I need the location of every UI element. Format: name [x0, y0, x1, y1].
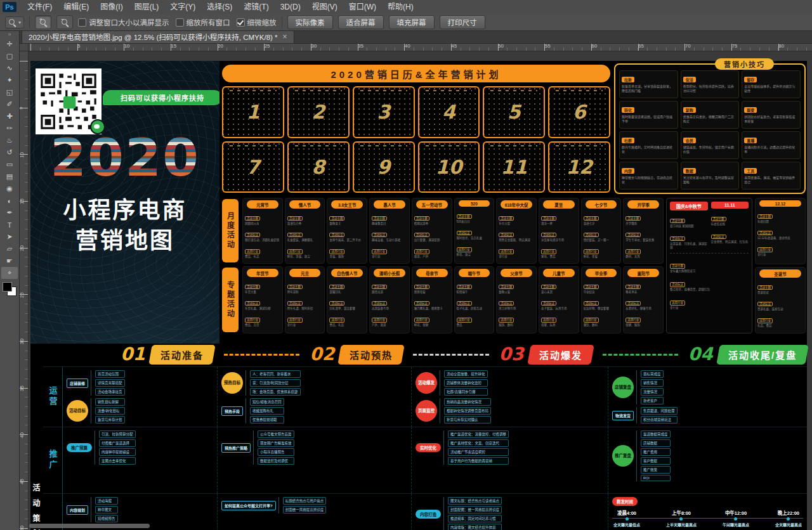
menu-item[interactable]: 文字(Y): [164, 0, 201, 14]
activity-card: 清明小长假活动主题踏青出游活动玩法出游装备专场适用行业户外、旅游: [369, 266, 410, 333]
color-swatches[interactable]: [3, 282, 16, 296]
timeline-time: 中午12:00: [725, 509, 747, 516]
calendar-month: 9: [353, 141, 415, 193]
mindmap-node-child: 活动推广节奏适度把控: [448, 448, 509, 456]
mindmap-node-child: 推送频率：固定时间培养习惯: [448, 515, 502, 522]
activity-section-text: 粽情端午: [457, 290, 492, 294]
mindmap-group: 活动目标销售目标拆解流量/转化目标备货与库存计划: [67, 398, 213, 423]
activity-section-text: 感恩母爱: [414, 290, 450, 294]
tip-card: 数据关注转化漏斗各环节，及时调整运营策略: [681, 162, 740, 190]
activity-name: 夏至: [543, 200, 575, 209]
healing-brush-tool-icon[interactable]: ✚: [1, 110, 18, 122]
photoshop-logo: Ps: [3, 2, 16, 12]
zoom-out-button[interactable]: −: [56, 15, 73, 29]
pen-tool-icon[interactable]: ✒: [1, 207, 18, 219]
option-button[interactable]: 适合屏幕: [338, 15, 384, 29]
mindmap-group: 如何提高公众号图文打开率?标题结合热点与用户痛点封面统一风格提高辨识度: [221, 497, 407, 514]
zoom-in-button[interactable]: +: [35, 15, 51, 29]
menu-item[interactable]: 滤镜(T): [238, 0, 274, 14]
option-checkbox[interactable]: 细微缩放: [237, 17, 277, 27]
activity-section-text: 保健、服饰: [625, 323, 661, 327]
document-tab[interactable]: 2020小程序电商营销地图.jpg @ 12.5% (扫码可以获得小程序扶持, …: [22, 30, 294, 43]
menu-item[interactable]: 图像(I): [95, 0, 128, 14]
menu-item[interactable]: 视图(V): [306, 0, 343, 14]
crop-tool-icon[interactable]: ◱: [1, 86, 18, 98]
tip-text: 会员等级权益体系，提升复访频次与粘性: [744, 84, 798, 93]
activity-card: 儿童节活动主题童心未泯活动玩法亲子套装、玩具专场适用行业母婴、玩具: [539, 266, 579, 333]
gradient-tool-icon[interactable]: ▤: [1, 171, 18, 183]
tab-close-button[interactable]: ×: [283, 32, 287, 41]
menu-bar: Ps 文件(F)编辑(E)图像(I)图层(L)文字(Y)选择(S)滤镜(T)3D…: [0, 0, 812, 15]
path-selection-tool-icon[interactable]: ➤: [1, 231, 18, 243]
mindmap-node-child: 收藏加购有礼: [250, 407, 284, 415]
activity-section-text: 冰饮家电清凉专场: [541, 238, 577, 242]
option-checkbox[interactable]: 缩放所有窗口: [176, 17, 230, 27]
dodge-tool-icon[interactable]: ◐: [1, 195, 18, 207]
tools-panel: » ✛▢∿✦◱✐✚✏♨↺▭▤◉◐✒T➤▱☛⌖: [0, 30, 20, 530]
quick-selection-tool-icon[interactable]: ✦: [1, 74, 18, 86]
type-tool-icon[interactable]: T: [1, 219, 18, 231]
activity-name: 白色情人节: [331, 269, 363, 277]
zoom-tool-preset[interactable]: ▾: [5, 16, 24, 29]
activity-section-text: 全年最大购物狂欢节: [670, 269, 749, 273]
activity-section-label: 活动主题: [670, 219, 685, 223]
foreground-color-swatch[interactable]: [3, 282, 12, 292]
activity-section-label: 活动主题: [329, 285, 344, 289]
mindmap-node-child: 活动全面放量、提升转化: [444, 370, 488, 378]
mindmap-node-child: 短视频预告: [95, 515, 118, 522]
hand-tool-icon[interactable]: ☛: [1, 255, 18, 267]
calendar-month: 7: [222, 141, 284, 193]
mindmap-node-child: 小程序直播预告: [258, 448, 294, 456]
tip-tag: 复购: [683, 107, 696, 113]
calendar-month: 8: [287, 141, 350, 193]
activity-section-text: 鲜花、美妆、珠宝: [287, 255, 323, 259]
activity-section-label: 适用行业: [245, 249, 260, 254]
activity-section-label: 适用行业: [372, 249, 387, 254]
option-button[interactable]: 打印尺寸: [440, 15, 485, 29]
activity-section-label: 活动玩法: [329, 301, 344, 306]
lasso-tool-icon[interactable]: ∿: [1, 62, 18, 74]
menu-item[interactable]: 窗口(W): [343, 0, 382, 14]
activity-section-label: 适用行业: [584, 318, 599, 322]
activity-section-text: 长辈好礼、健康专场: [625, 307, 661, 311]
tip-card: 留存会员等级权益体系，提升复访频次与粘性: [742, 70, 801, 98]
history-brush-tool-icon[interactable]: ↺: [1, 146, 18, 158]
blur-tool-icon[interactable]: ◉: [1, 183, 18, 195]
clone-stamp-tool-icon[interactable]: ♨: [1, 134, 18, 146]
eraser-tool-icon[interactable]: ▭: [1, 158, 18, 171]
option-button[interactable]: 实际像素: [287, 15, 333, 29]
brush-tool-icon[interactable]: ✏: [1, 122, 18, 134]
menu-item[interactable]: 编辑(E): [58, 0, 95, 14]
tip-tag: 转化: [622, 107, 634, 113]
menu-item[interactable]: 3D(D): [275, 0, 306, 14]
marquee-tool-icon[interactable]: ▢: [1, 50, 18, 62]
collapse-tools-button[interactable]: »: [8, 30, 11, 38]
phase-number: 03: [499, 346, 524, 363]
hero-block: 扫码可以获得小程序扶持 2020 小程序电商 营销地图: [30, 61, 219, 344]
zoom-tool-icon[interactable]: ⌖: [1, 267, 18, 279]
activity-section-label: 活动主题: [625, 285, 641, 289]
mindmap-node: 预热推广策略: [221, 443, 251, 453]
menu-item[interactable]: 图层(L): [129, 0, 165, 14]
activity-name: 母亲节: [416, 269, 448, 277]
mindmap-node-child: 店铺数据: [641, 439, 671, 447]
document-canvas[interactable]: 扫码可以获得小程序扶持 2020 小程序电商 营销地图 2020营销日历&全年营…: [28, 51, 812, 530]
ruler-number: 55: [545, 43, 551, 49]
mindmap-node-child: 主图点击率优化: [99, 457, 136, 465]
move-tool-icon[interactable]: ✛: [1, 38, 18, 50]
shape-tool-icon[interactable]: ▱: [1, 243, 18, 255]
eyedropper-tool-icon[interactable]: ✐: [1, 98, 18, 110]
menu-item[interactable]: 帮助(H): [382, 0, 419, 14]
menu-item[interactable]: 选择(S): [201, 0, 238, 14]
tip-tag: 工具: [744, 168, 757, 174]
mindmap-node: 如何提高公众号图文打开率?: [221, 501, 276, 510]
menu-item[interactable]: 文件(F): [22, 0, 58, 14]
poster-artwork: 扫码可以获得小程序扶持 2020 小程序电商 营销地图 2020营销日历&全年营…: [30, 61, 807, 530]
mindmap-node-child: 客户数据: [641, 457, 671, 465]
option-checkbox[interactable]: 调整窗口大小以满屏显示: [78, 17, 169, 27]
tip-tag: 促活: [683, 77, 696, 82]
horizontal-scrollbar[interactable]: [29, 524, 150, 528]
mindmap-node-child: 种草图文: [95, 506, 118, 514]
option-button[interactable]: 填充屏幕: [389, 15, 435, 29]
activity-section-text: 出游装备、月饼礼盒、满减促销: [670, 242, 708, 250]
